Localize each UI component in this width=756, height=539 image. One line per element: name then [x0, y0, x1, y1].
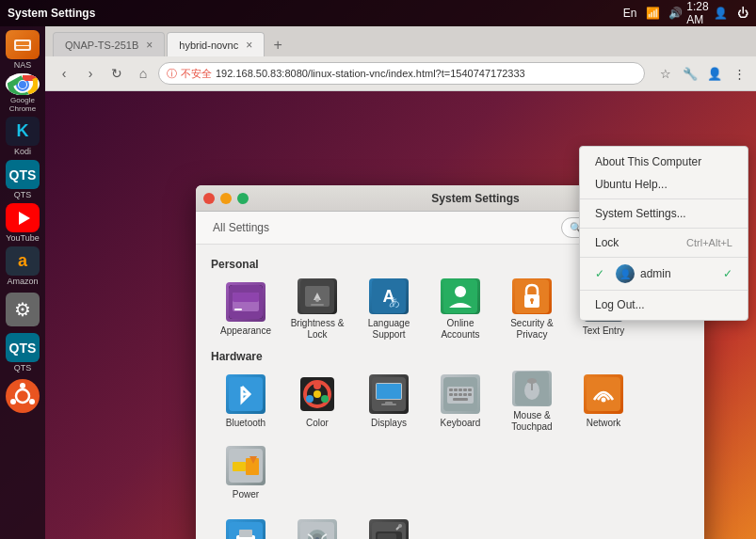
browser-tab-1[interactable]: QNAP-TS-251B ×	[53, 32, 165, 56]
dock-qts2-label: QTS	[14, 363, 32, 373]
brightness-icon	[298, 278, 337, 314]
svg-rect-55	[449, 388, 453, 391]
dock-amazon-icon: a	[6, 246, 40, 276]
settings-item-wacom[interactable]: Wacom Tablet	[354, 512, 424, 539]
power-label: Power	[233, 489, 259, 500]
settings-item-printers[interactable]: Printers	[211, 512, 281, 539]
settings-item-language[interactable]: A あ Language Support	[354, 275, 424, 344]
settings-item-mouse[interactable]: Mouse & Touchpad	[497, 367, 567, 436]
menu-help-label: Ubuntu Help...	[595, 178, 668, 191]
settings-item-displays[interactable]: Displays	[354, 367, 424, 436]
browser-tab-2-close[interactable]: ×	[246, 39, 252, 52]
menu-item-user[interactable]: ✓ 👤 admin ✓	[580, 261, 748, 287]
tray-network-icon[interactable]: 📶	[643, 4, 662, 23]
browser-tab-1-close[interactable]: ×	[146, 39, 153, 52]
minimize-button[interactable]	[220, 193, 232, 204]
svg-point-12	[29, 399, 35, 404]
dock-item-nas[interactable]: NAS	[3, 30, 42, 70]
browser-chrome: QNAP-TS-251B × hybrid-novnc × + ‹ › ↻ ⌂ …	[45, 26, 756, 91]
user-profile-icon[interactable]: 👤	[705, 64, 724, 83]
security-warning: ⓘ	[167, 67, 177, 81]
menu-lock-label: Lock	[595, 236, 619, 249]
svg-rect-57	[458, 388, 462, 391]
menu-item-lock[interactable]: Lock Ctrl+Alt+L	[580, 231, 748, 254]
dock-item-amazon[interactable]: a Amazon	[3, 246, 42, 286]
menu-icon[interactable]: ⋮	[730, 64, 748, 83]
settings-item-sound[interactable]: Sound	[282, 512, 352, 539]
mouse-icon	[512, 371, 552, 406]
dock-item-kodi[interactable]: K Kodi	[3, 117, 42, 156]
tray-keyboard-icon[interactable]: En	[620, 4, 639, 23]
printers-icon	[226, 519, 265, 539]
dock-item-youtube[interactable]: YouTube	[3, 203, 42, 243]
browser-tab-1-label: QNAP-TS-251B	[65, 40, 138, 51]
settings-item-security[interactable]: Security & Privacy	[497, 275, 567, 344]
menu-user-tick: ✓	[723, 267, 732, 280]
settings-item-power[interactable]: Power	[211, 438, 281, 508]
power-icon	[226, 446, 265, 485]
keyboard-icon	[441, 374, 480, 414]
browser-tab-2[interactable]: hybrid-novnc ×	[167, 32, 265, 56]
svg-rect-62	[458, 393, 462, 396]
dock-item-chrome[interactable]: Google Chrome	[3, 73, 42, 113]
new-tab-button[interactable]: +	[266, 34, 289, 56]
address-bar[interactable]: ⓘ 不安全 192.168.50.83:8080/linux-station-v…	[158, 62, 645, 85]
appearance-icon	[226, 282, 265, 322]
dock-item-qts2[interactable]: QTS QTS	[3, 333, 42, 373]
tray-sound-icon[interactable]: 🔊	[666, 4, 684, 23]
settings-item-appearance[interactable]: Appearance	[211, 275, 281, 344]
tray-user-icon[interactable]: 👤	[711, 4, 730, 23]
svg-point-27	[455, 286, 466, 297]
dock-youtube-label: YouTube	[6, 233, 39, 243]
extensions-icon[interactable]: 🔧	[681, 64, 700, 83]
svg-point-11	[20, 383, 25, 388]
appearance-label: Appearance	[220, 325, 271, 337]
svg-point-45	[321, 395, 329, 403]
forward-button[interactable]: ›	[79, 62, 102, 85]
browser-window: QNAP-TS-251B × hybrid-novnc × + ‹ › ↻ ⌂ …	[45, 26, 756, 539]
back-button[interactable]: ‹	[53, 62, 75, 85]
reload-button[interactable]: ↻	[105, 62, 128, 85]
all-settings-button[interactable]: All Settings	[207, 219, 275, 236]
menu-user-label: admin	[640, 267, 671, 280]
dock-item-settings[interactable]: ⚙	[3, 290, 42, 329]
hardware-grid: Bluetooth	[211, 367, 689, 508]
keyboard-label: Keyboard	[441, 418, 481, 429]
svg-point-44	[314, 382, 321, 389]
mouse-label: Mouse & Touchpad	[501, 410, 563, 433]
menu-about-label: About This Computer	[595, 155, 701, 168]
language-icon: A あ	[369, 278, 409, 314]
svg-rect-22	[311, 304, 324, 306]
bluetooth-icon	[226, 374, 265, 414]
menu-item-about[interactable]: About This Computer	[580, 151, 748, 173]
hardware-grid-2: Printers	[211, 512, 689, 539]
settings-item-color[interactable]: Color	[282, 367, 352, 436]
tray-clock[interactable]: 1:28 AM	[688, 4, 707, 23]
settings-item-online[interactable]: Online Accounts	[426, 275, 495, 344]
menu-separator-3	[580, 257, 748, 258]
settings-item-brightness[interactable]: Brightness & Lock	[282, 275, 352, 344]
tray-power-icon[interactable]: ⏻	[733, 4, 752, 23]
language-label: Language Support	[358, 318, 420, 341]
menu-item-help[interactable]: Ubuntu Help...	[580, 173, 748, 196]
dock-item-ubuntu[interactable]	[3, 376, 42, 416]
browser-tabs: QNAP-TS-251B × hybrid-novnc × +	[45, 26, 756, 56]
settings-item-keyboard[interactable]: Keyboard	[426, 367, 495, 436]
close-button[interactable]	[203, 193, 215, 204]
dock-item-qts[interactable]: QTS QTS	[3, 160, 42, 199]
menu-item-logout[interactable]: Log Out...	[580, 293, 748, 316]
color-icon	[298, 374, 337, 414]
toolbar-right: ☆ 🔧 👤 ⋮	[656, 64, 748, 83]
settings-item-network[interactable]: Network	[569, 367, 638, 436]
svg-rect-64	[468, 393, 472, 396]
svg-rect-63	[463, 393, 467, 396]
svg-point-90	[398, 524, 402, 528]
svg-rect-18	[234, 309, 242, 310]
settings-item-bluetooth[interactable]: Bluetooth	[211, 367, 281, 436]
maximize-button[interactable]	[237, 193, 249, 204]
bookmark-icon[interactable]: ☆	[656, 64, 675, 83]
dock-qts2-icon: QTS	[6, 333, 40, 362]
menu-item-settings[interactable]: System Settings...	[580, 202, 748, 225]
home-button[interactable]: ⌂	[132, 62, 154, 85]
online-icon	[441, 278, 480, 314]
